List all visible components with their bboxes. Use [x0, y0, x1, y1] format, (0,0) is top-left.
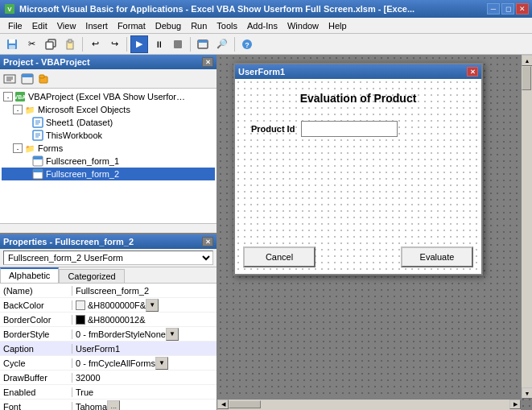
toolbar-redo[interactable]: ↪ [105, 35, 123, 53]
prop-value-backcolor: &H8000000F& ▼ [72, 299, 217, 312]
tree-item-vbaproject[interactable]: - VBA VBAProject (Excel VBA Show Userfor… [2, 90, 215, 103]
tree-label-sheet1: Sheet1 (Dataset) [46, 118, 113, 127]
menu-debug[interactable]: Debug [151, 19, 186, 32]
scrollbar-v-thumb[interactable] [522, 66, 531, 90]
tree-expander-forms[interactable]: - [13, 143, 23, 153]
prop-row-cycle[interactable]: Cycle 0 - fmCycleAllForms ▼ [0, 356, 217, 371]
toolbar-cut[interactable]: ✂ [23, 35, 40, 53]
svg-rect-19 [22, 74, 33, 77]
svg-rect-8 [68, 39, 72, 43]
borderstyle-dropdown[interactable]: ▼ [166, 328, 179, 341]
close-button[interactable]: ✕ [516, 3, 529, 14]
cycle-dropdown[interactable]: ▼ [155, 357, 168, 370]
toolbar-pause[interactable]: ⏸ [150, 35, 167, 53]
userform-close-btn[interactable]: ✕ [467, 67, 478, 77]
menu-edit[interactable]: Edit [27, 19, 52, 32]
font-dropdown[interactable]: … [107, 400, 120, 411]
menu-run[interactable]: Run [186, 19, 212, 32]
folder-icon-excel: 📁 [24, 104, 35, 115]
project-view-object[interactable] [19, 72, 35, 86]
minimize-button[interactable]: ─ [487, 3, 500, 14]
project-view-code[interactable] [2, 72, 18, 86]
toolbar-undo[interactable]: ↩ [86, 35, 104, 53]
properties-panel-close[interactable]: ✕ [202, 237, 213, 246]
toolbar-stop[interactable] [169, 35, 187, 53]
prop-name-cycle: Cycle [0, 358, 72, 368]
menu-addins[interactable]: Add-Ins [242, 19, 282, 32]
prop-row-caption[interactable]: Caption UserForm1 [0, 342, 217, 356]
title-bar-buttons: ─ ◻ ✕ [487, 3, 529, 14]
tree-item-excel-objects[interactable]: - 📁 Microsoft Excel Objects [2, 103, 215, 116]
toolbar-copy[interactable] [42, 35, 60, 53]
product-id-label: Product Id [251, 124, 295, 134]
prop-row-drawbuffer[interactable]: DrawBuffer 32000 [0, 371, 217, 385]
svg-text:V: V [7, 6, 12, 13]
tab-alphabetic[interactable]: Alphabetic [0, 267, 59, 283]
properties-header: Fullscreen_form_2 UserForm [0, 249, 217, 267]
prop-row-bordercolor[interactable]: BorderColor &H80000012& [0, 313, 217, 327]
prop-name-backcolor: BackColor [0, 300, 72, 310]
tree-expander-excel[interactable]: - [13, 105, 23, 114]
prop-row-name[interactable]: (Name) Fullscreen_form_2 [0, 284, 217, 298]
prop-value-cycle: 0 - fmCycleAllForms ▼ [72, 357, 217, 370]
menu-file[interactable]: File [3, 19, 27, 32]
menu-insert[interactable]: Insert [80, 19, 113, 32]
toolbar-help[interactable]: ? [238, 35, 256, 53]
toolbar-find[interactable]: 🔎 [213, 35, 231, 53]
project-panel: Project - VBAProject ✕ - [0, 55, 217, 233]
canvas-scrollbar-h[interactable]: ◀ ▶ [217, 399, 521, 410]
scrollbar-right-arrow[interactable]: ▶ [509, 400, 521, 409]
project-panel-close[interactable]: ✕ [202, 57, 213, 67]
userform-title-text: UserForm1 [238, 67, 285, 77]
restore-button[interactable]: ◻ [501, 3, 514, 14]
userform-window: UserForm1 ✕ Evaluation of Product Produc… [233, 63, 483, 275]
menu-format[interactable]: Format [113, 19, 151, 32]
project-toggle-folders[interactable] [37, 72, 53, 86]
canvas-scrollbar-v[interactable]: ▲ ▼ [521, 55, 532, 399]
project-panel-title: Project - VBAProject ✕ [0, 55, 217, 69]
tree-label-excel: Microsoft Excel Objects [38, 105, 130, 114]
cancel-button[interactable]: Cancel [243, 246, 315, 267]
canvas-area: UserForm1 ✕ Evaluation of Product Produc… [217, 55, 532, 410]
bordercolor-swatch [76, 315, 85, 325]
svg-rect-21 [39, 75, 44, 78]
tree-item-forms[interactable]: - 📁 Forms [2, 142, 215, 155]
toolbar-userform[interactable] [194, 35, 212, 53]
tree-expander-vbaproject[interactable]: - [3, 92, 13, 101]
toolbar-run[interactable]: ▶ [130, 35, 148, 53]
evaluate-button[interactable]: Evaluate [401, 246, 473, 267]
scrollbar-down-arrow[interactable]: ▼ [522, 387, 532, 399]
menu-view[interactable]: View [52, 19, 81, 32]
tree-item-form2[interactable]: Fullscreen_form_2 [2, 168, 215, 180]
prop-row-font[interactable]: Font Tahoma … [0, 400, 217, 410]
svg-rect-9 [174, 40, 182, 48]
prop-name-caption: Caption [0, 344, 72, 354]
scrollbar-left-arrow[interactable]: ◀ [217, 400, 229, 409]
tree-item-thisworkbook[interactable]: ThisWorkbook [2, 129, 215, 142]
menu-help[interactable]: Help [324, 19, 352, 32]
form-heading: Evaluation of Product [251, 92, 465, 105]
menu-tools[interactable]: Tools [212, 19, 242, 32]
tree-label-forms: Forms [38, 143, 63, 153]
project-scrollbar-h[interactable] [0, 223, 217, 233]
toolbar-paste[interactable] [61, 35, 79, 53]
product-id-input[interactable] [301, 121, 398, 137]
vbaproject-icon: VBA [14, 91, 26, 102]
tree-item-form1[interactable]: Fullscreen_form_1 [2, 155, 215, 168]
properties-object-select[interactable]: Fullscreen_form_2 UserForm [3, 251, 213, 265]
prop-row-enabled[interactable]: Enabled True [0, 385, 217, 400]
menu-window[interactable]: Window [282, 19, 324, 32]
toolbar-save[interactable] [3, 35, 21, 53]
prop-row-backcolor[interactable]: BackColor &H8000000F& ▼ [0, 298, 217, 313]
backcolor-dropdown[interactable]: ▼ [146, 299, 159, 312]
form-field-row: Product Id [251, 121, 465, 137]
tree-item-sheet1[interactable]: Sheet1 (Dataset) [2, 116, 215, 129]
prop-name-borderstyle: BorderStyle [0, 329, 72, 339]
scrollbar-h-thumb[interactable] [229, 400, 261, 408]
tab-categorized[interactable]: Categorized [59, 269, 124, 283]
properties-table: (Name) Fullscreen_form_2 BackColor &H800… [0, 284, 217, 410]
properties-panel-label: Properties - Fullscreen_form_2 [3, 237, 134, 246]
main-layout: Project - VBAProject ✕ - [0, 55, 532, 410]
prop-row-borderstyle[interactable]: BorderStyle 0 - fmBorderStyleNone ▼ [0, 327, 217, 342]
scrollbar-up-arrow[interactable]: ▲ [522, 55, 532, 66]
